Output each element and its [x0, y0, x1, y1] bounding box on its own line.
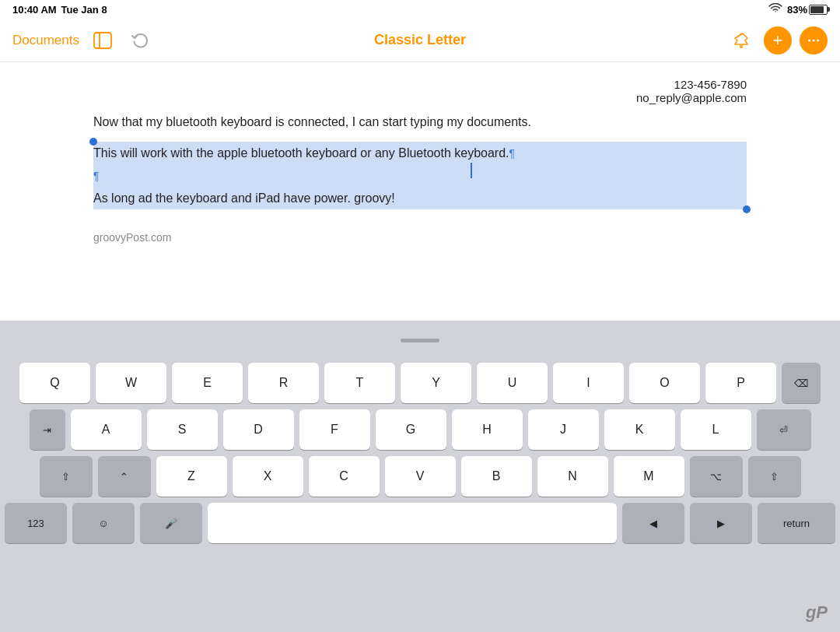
keyboard-rows: Q W E R T Y U I O P ⌫ ⇥ A S D F G H [0, 360, 840, 546]
phone-number: 123-456-7890 [93, 78, 747, 91]
selected-text-block[interactable]: This will work with the apple bluetooth … [93, 142, 747, 210]
key-N[interactable]: N [537, 456, 608, 497]
toolbar: Documents Classic Letter + [0, 19, 840, 62]
key-I[interactable]: I [553, 363, 624, 403]
key-row-3: ⇧ ⌃ Z X C V B N M ⌥ ⇧ [5, 456, 835, 497]
selected-line-2: ¶ [93, 164, 747, 187]
key-F[interactable]: F [299, 409, 370, 450]
key-emoji[interactable]: ☺ [72, 503, 135, 543]
documents-button[interactable]: Documents [12, 33, 79, 48]
key-shift[interactable]: ⇧ [40, 456, 93, 497]
svg-rect-0 [94, 33, 111, 48]
key-123[interactable]: 123 [5, 503, 67, 543]
svg-point-4 [808, 39, 810, 41]
contact-info: 123-456-7890 no_reply@apple.com [93, 78, 747, 104]
more-button[interactable] [800, 26, 828, 54]
document-title: Classic Letter [374, 32, 466, 47]
key-B[interactable]: B [461, 456, 532, 497]
key-R[interactable]: R [248, 363, 319, 403]
key-P[interactable]: P [705, 363, 776, 403]
key-shift-right[interactable]: ⇧ [748, 456, 801, 497]
key-space[interactable] [208, 503, 617, 543]
text-cursor [471, 163, 472, 178]
add-button[interactable]: + [764, 26, 792, 54]
svg-point-5 [813, 39, 815, 41]
document-area: 123-456-7890 no_reply@apple.com Now that… [0, 62, 840, 632]
undo-button[interactable] [126, 26, 154, 54]
time-display: 10:40 AM [12, 4, 57, 16]
key-dictation[interactable]: 🎤 [140, 503, 202, 543]
key-U[interactable]: U [477, 363, 548, 403]
key-W[interactable]: W [96, 363, 166, 403]
key-S[interactable]: S [147, 409, 218, 450]
status-bar: 10:40 AM Tue Jan 8 83% [0, 0, 840, 19]
pin-button[interactable] [728, 26, 756, 54]
key-M[interactable]: M [614, 456, 684, 497]
key-return-short[interactable]: ⏎ [757, 409, 811, 450]
key-row-1: Q W E R T Y U I O P ⌫ [5, 363, 835, 403]
key-H[interactable]: H [452, 409, 523, 450]
key-alt[interactable]: ⌥ [690, 456, 743, 497]
key-A[interactable]: A [71, 409, 142, 450]
date-display: Tue Jan 8 [61, 4, 107, 16]
battery-indicator: 83% [787, 4, 828, 16]
key-V[interactable]: V [385, 456, 456, 497]
selection-handle-end[interactable] [743, 205, 751, 213]
wifi-icon [768, 3, 782, 16]
svg-line-2 [739, 33, 741, 36]
key-delete-tab[interactable]: ⌫ [782, 363, 821, 403]
footer-text: groovyPost.com [93, 231, 747, 244]
key-hide[interactable]: ⌃ [98, 456, 151, 497]
key-right[interactable]: ▶ [690, 503, 752, 543]
selected-line-1: This will work with the apple bluetooth … [93, 142, 747, 164]
key-D[interactable]: D [223, 409, 294, 450]
key-C[interactable]: C [309, 456, 380, 497]
key-E[interactable]: E [172, 363, 243, 403]
key-row-4: 123 ☺ 🎤 ◀ ▶ return [5, 503, 835, 543]
key-L[interactable]: L [681, 409, 751, 450]
key-row-2: ⇥ A S D F G H J K L ⏎ [5, 409, 835, 450]
selection-handle-start[interactable] [89, 138, 97, 146]
keyboard-drag-bar[interactable] [0, 321, 840, 360]
keyboard-area: Q W E R T Y U I O P ⌫ ⇥ A S D F G H [0, 321, 840, 632]
key-caps[interactable]: ⇥ [30, 409, 65, 450]
svg-point-6 [817, 39, 819, 41]
battery-percentage: 83% [787, 4, 807, 16]
key-Q[interactable]: Q [19, 363, 90, 403]
sidebar-toggle-button[interactable] [89, 26, 117, 54]
gp-watermark: gP [806, 602, 828, 623]
key-Z[interactable]: Z [156, 456, 227, 497]
key-X[interactable]: X [233, 456, 303, 497]
selected-line-3: As long ad the keyboard and iPad have po… [93, 187, 747, 209]
key-G[interactable]: G [376, 409, 446, 450]
key-K[interactable]: K [604, 409, 675, 450]
key-left[interactable]: ◀ [622, 503, 684, 543]
paragraph-1: Now that my bluetooth keyboard is connec… [93, 112, 747, 132]
key-Y[interactable]: Y [401, 363, 471, 403]
battery-bar [809, 5, 828, 15]
key-return[interactable]: return [758, 503, 835, 543]
email-address: no_reply@apple.com [93, 91, 747, 104]
drag-handle [401, 339, 439, 342]
key-T[interactable]: T [324, 363, 395, 403]
key-J[interactable]: J [528, 409, 599, 450]
key-O[interactable]: O [629, 363, 700, 403]
